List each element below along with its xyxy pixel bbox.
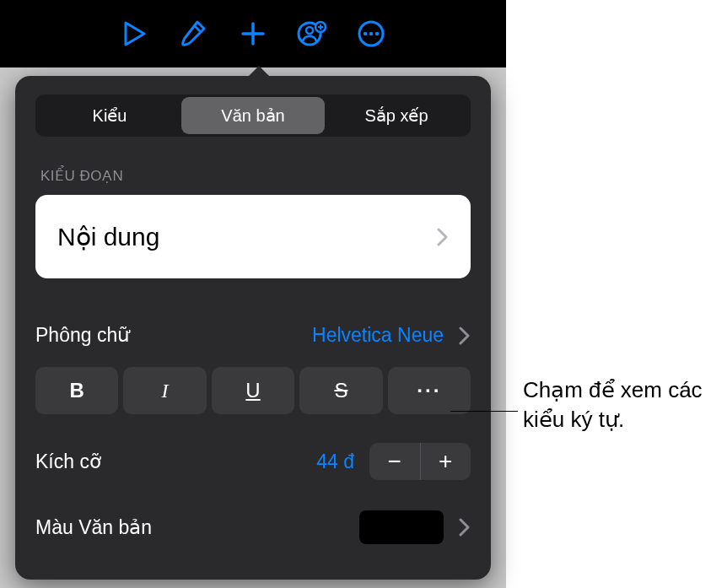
paragraph-style-button[interactable]: Nội dung [35,195,471,278]
document-background: Kiểu Văn bản Sắp xếp KIỂU ĐOẠN Nội dung … [0,67,506,588]
size-decrease-button[interactable]: − [369,443,421,480]
format-button-group: B I U S ··· [35,367,471,414]
collaborate-button[interactable] [292,13,332,54]
panel-arrow [247,66,271,78]
more-icon [357,19,385,48]
italic-button[interactable]: I [123,367,206,414]
play-icon [124,21,146,46]
more-button[interactable] [351,13,391,54]
font-value: Helvetica Neue [312,324,444,347]
chevron-right-icon [437,228,449,246]
play-button[interactable] [115,13,155,54]
text-color-row[interactable]: Màu Văn bản [35,504,471,551]
size-row: Kích cỡ 44 đ − + [35,438,471,485]
size-value: 44 đ [316,450,354,473]
underline-button[interactable]: U [212,367,294,414]
svg-point-4 [364,32,367,35]
collab-icon [297,19,327,49]
tab-text[interactable]: Văn bản [181,97,325,134]
size-increase-button[interactable]: + [421,443,471,480]
paragraph-style-label: KIỂU ĐOẠN [40,167,466,185]
add-icon [240,20,267,47]
more-text-options-button[interactable]: ··· [388,367,471,414]
chevron-right-icon [459,326,471,345]
size-stepper: − + [369,443,471,480]
tab-arrange[interactable]: Sắp xếp [325,97,468,134]
brush-icon [179,19,209,49]
tab-style[interactable]: Kiểu [38,97,181,134]
strikethrough-button[interactable]: S [299,367,382,414]
top-toolbar [0,0,506,67]
size-label: Kích cỡ [35,450,101,473]
callout-line [450,411,518,412]
text-color-label: Màu Văn bản [35,516,152,539]
format-brush-button[interactable] [174,13,214,54]
chevron-right-icon [459,518,471,537]
font-row[interactable]: Phông chữ Helvetica Neue [35,312,471,359]
callout: Chạm để xem các kiểu ký tự. [504,375,707,434]
text-color-swatch [359,510,444,544]
bold-button[interactable]: B [35,367,118,414]
format-panel: Kiểu Văn bản Sắp xếp KIỂU ĐOẠN Nội dung … [15,76,491,580]
paragraph-style-value: Nội dung [57,222,159,251]
svg-point-5 [369,32,373,35]
add-button[interactable] [233,13,273,54]
font-label: Phông chữ [35,324,130,347]
segment-tabs: Kiểu Văn bản Sắp xếp [35,94,471,137]
callout-text: Chạm để xem các kiểu ký tự. [523,375,707,434]
svg-point-6 [375,32,379,35]
svg-point-1 [306,27,313,34]
